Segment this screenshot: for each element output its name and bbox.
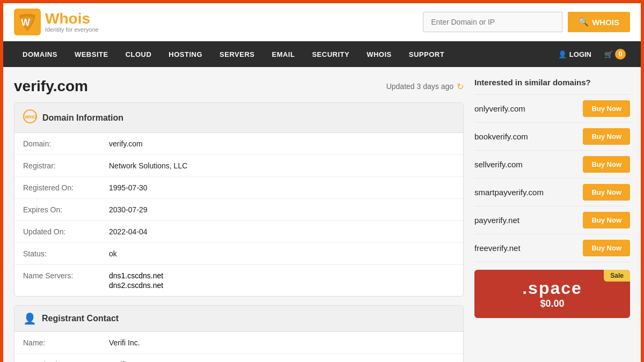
suggestion-row-2: sellverify.com Buy Now <box>474 151 630 179</box>
registrant-icon: 👤 <box>23 312 36 325</box>
table-row: Name: Verifi Inc. <box>14 332 463 354</box>
table-row: Domain: verify.com <box>14 133 463 155</box>
cart-button[interactable]: 🛒 0 <box>600 41 630 67</box>
main-content: verify.com Updated 3 days ago ↻ WHOIS Do… <box>3 67 641 362</box>
updated-row: Updated 3 days ago ↻ <box>386 82 464 92</box>
whois-search-button[interactable]: 🔍 WHOIS <box>568 12 630 32</box>
logo-area: W Whois Identity for everyone <box>14 9 99 35</box>
nav-item-whois[interactable]: WHOIS <box>358 43 400 66</box>
refresh-icon[interactable]: ↻ <box>457 82 464 92</box>
svg-text:WHOIS: WHOIS <box>25 114 37 120</box>
nav-item-domains[interactable]: DOMAINS <box>14 43 66 66</box>
sale-price-text: $0.00 <box>540 298 564 309</box>
svg-text:W: W <box>21 17 30 28</box>
domain-search-input[interactable] <box>423 12 562 32</box>
suggestion-row-5: freeverify.net Buy Now <box>474 234 630 262</box>
field-label-nameservers: Name Servers: <box>23 271 109 290</box>
buy-now-button-3[interactable]: Buy Now <box>583 184 630 201</box>
field-value-status: ok <box>109 249 117 258</box>
nameserver-2: dns2.cscdns.net <box>109 281 163 290</box>
registrant-title: Registrant Contact <box>42 314 119 323</box>
table-row: Organization: Verifi Inc. <box>14 354 463 362</box>
suggestion-row-3: smartpayverify.com Buy Now <box>474 179 630 206</box>
left-panel: verify.com Updated 3 days ago ↻ WHOIS Do… <box>14 78 464 362</box>
nav-item-hosting[interactable]: HOSTING <box>160 43 211 66</box>
table-row: Expires On: 2030-07-29 <box>14 199 463 221</box>
nameserver-1: dns1.cscdns.net <box>109 271 163 280</box>
domain-title: verify.com <box>14 78 88 95</box>
field-value-name: Verifi Inc. <box>109 338 140 347</box>
nav-item-servers[interactable]: SERVERS <box>211 43 263 66</box>
field-value-nameservers: dns1.cscdns.net dns2.cscdns.net <box>109 271 163 290</box>
field-label-registrar: Registrar: <box>23 161 109 170</box>
field-label-status: Status: <box>23 249 109 258</box>
field-value-expires-on: 2030-07-29 <box>109 205 148 214</box>
registrant-card-header: 👤 Registrant Contact <box>14 306 463 332</box>
domain-info-card-header: WHOIS Domain Information <box>14 103 463 133</box>
search-icon: 🔍 <box>579 17 589 27</box>
sale-domain-text: .space <box>522 278 582 298</box>
suggestion-domain-2: sellverify.com <box>474 160 523 169</box>
nav-item-email[interactable]: EMAIL <box>263 43 303 66</box>
domain-info-icon: WHOIS <box>23 109 37 126</box>
table-row: Registrar: Network Solutions, LLC <box>14 155 463 177</box>
field-label-name: Name: <box>23 338 109 347</box>
buy-now-button-1[interactable]: Buy Now <box>583 128 630 145</box>
table-row: Registered On: 1995-07-30 <box>14 177 463 199</box>
sale-tag: Sale <box>604 270 630 282</box>
domain-info-card: WHOIS Domain Information Domain: verify.… <box>14 102 464 297</box>
buy-now-button-0[interactable]: Buy Now <box>583 100 630 117</box>
suggestion-domain-4: payverify.net <box>474 216 519 225</box>
suggestion-domain-3: smartpayverify.com <box>474 188 544 197</box>
nav-item-cloud[interactable]: CLOUD <box>117 43 160 66</box>
nav-item-support[interactable]: SUPPORT <box>400 43 453 66</box>
similar-domains-title: Interested in similar domains? <box>474 78 630 87</box>
suggestion-row-0: onlyverify.com Buy Now <box>474 94 630 123</box>
suggestion-domain-1: bookverify.com <box>474 132 528 141</box>
right-panel: Interested in similar domains? onlyverif… <box>474 78 630 362</box>
buy-now-button-2[interactable]: Buy Now <box>583 156 630 173</box>
domain-info-title: Domain Information <box>42 113 123 123</box>
user-icon: 👤 <box>558 50 567 58</box>
nav-right-area: 👤 LOGIN 🛒 0 <box>552 41 630 67</box>
field-value-registrar: Network Solutions, LLC <box>109 161 187 170</box>
main-nav: DOMAINS WEBSITE CLOUD HOSTING SERVERS EM… <box>3 41 641 67</box>
table-row: Updated On: 2022-04-04 <box>14 221 463 243</box>
field-label-updated-on: Updated On: <box>23 227 109 236</box>
suggestion-domain-0: onlyverify.com <box>474 104 525 113</box>
nav-item-security[interactable]: SECURITY <box>303 43 358 66</box>
cart-icon: 🛒 <box>604 50 613 58</box>
domain-title-row: verify.com Updated 3 days ago ↻ <box>14 78 464 95</box>
buy-now-button-4[interactable]: Buy Now <box>583 212 630 228</box>
header-search-area: 🔍 WHOIS <box>423 12 630 32</box>
cart-badge: 0 <box>615 49 626 60</box>
domain-info-body: Domain: verify.com Registrar: Network So… <box>14 133 463 296</box>
logo-tagline-text: Identity for everyone <box>45 26 99 33</box>
table-row: Name Servers: dns1.cscdns.net dns2.cscdn… <box>14 265 463 296</box>
field-value-registered-on: 1995-07-30 <box>109 183 148 192</box>
site-header: W Whois Identity for everyone 🔍 WHOIS <box>3 3 641 41</box>
logo-icon: W <box>14 9 41 35</box>
field-value-domain: verify.com <box>109 139 143 148</box>
sale-banner[interactable]: Sale .space $0.00 <box>474 270 630 318</box>
nav-item-website[interactable]: WEBSITE <box>66 43 117 66</box>
registrant-body: Name: Verifi Inc. Organization: Verifi I… <box>14 332 463 362</box>
buy-now-button-5[interactable]: Buy Now <box>583 240 630 256</box>
logo-whois-text: Whois <box>45 11 99 26</box>
suggestion-domain-5: freeverify.net <box>474 243 521 253</box>
whois-button-label: WHOIS <box>592 18 619 27</box>
table-row: Status: ok <box>14 243 463 265</box>
suggestion-row-4: payverify.net Buy Now <box>474 206 630 234</box>
login-label: LOGIN <box>569 50 591 58</box>
logo-text-area: Whois Identity for everyone <box>45 11 99 33</box>
field-value-updated-on: 2022-04-04 <box>109 227 148 236</box>
login-button[interactable]: 👤 LOGIN <box>552 43 598 66</box>
suggestion-row-1: bookverify.com Buy Now <box>474 123 630 151</box>
field-label-expires-on: Expires On: <box>23 205 109 214</box>
registrant-contact-card: 👤 Registrant Contact Name: Verifi Inc. O… <box>14 305 464 362</box>
field-label-domain: Domain: <box>23 139 109 148</box>
updated-text: Updated 3 days ago <box>386 82 453 91</box>
field-label-registered-on: Registered On: <box>23 183 109 192</box>
